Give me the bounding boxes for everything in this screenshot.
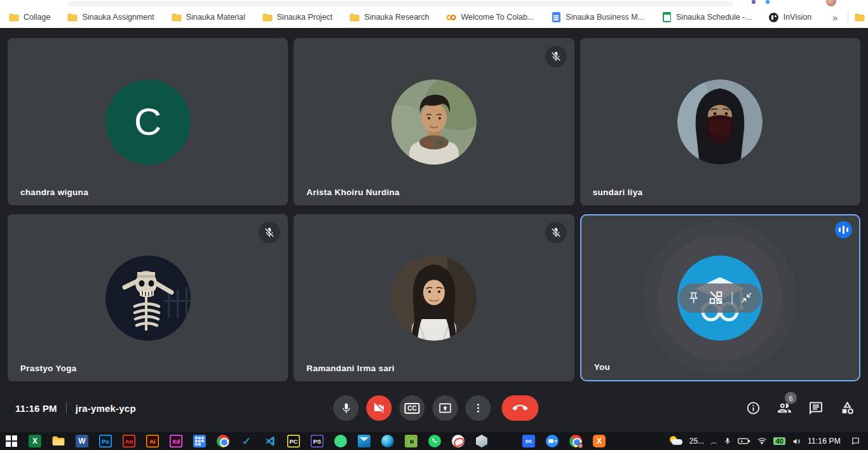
bookmark-sinauka-schedule[interactable]: Sinauka Schedule -... (661, 12, 752, 22)
folder-icon (855, 12, 865, 22)
whatsapp-icon[interactable] (428, 435, 441, 447)
chrome-profile-icon[interactable] (569, 435, 582, 447)
present-button[interactable] (433, 395, 458, 421)
info-icon (746, 401, 761, 416)
bookmark-label: Welcome To Colab... (461, 13, 534, 22)
pycharm-icon[interactable]: PC (287, 435, 300, 447)
captions-button[interactable]: CC (400, 395, 425, 421)
google-docs-icon (551, 12, 561, 22)
edge-icon[interactable] (381, 435, 394, 447)
bookmark-sinauka-assignment[interactable]: Sinauka Assignment (67, 12, 154, 22)
muted-mic-badge (545, 222, 567, 243)
avatar: C (105, 79, 191, 165)
bookmark-label: InVision (783, 13, 811, 22)
phpstorm-icon[interactable]: PS (311, 435, 323, 447)
extension-icon[interactable] (766, 0, 770, 4)
colab-infinity-icon (446, 12, 456, 22)
self-tile[interactable]: You (580, 214, 860, 381)
bookmark-colab[interactable]: Welcome To Colab... (446, 12, 534, 22)
participant-tile[interactable]: Prastyo Yoga (8, 214, 288, 381)
participant-grid: C chandra wiguna (8, 38, 860, 381)
participant-tile[interactable]: sundari liya (580, 38, 860, 205)
bookmark-sinauka-material[interactable]: Sinauka Material (172, 12, 245, 22)
adobe-xd-icon[interactable]: Xd (170, 435, 182, 447)
bookmark-label: Sinauka Project (277, 13, 333, 22)
xampp-icon[interactable]: X (593, 435, 606, 447)
meeting-details-button[interactable] (746, 401, 761, 416)
muted-mic-badge (259, 222, 280, 243)
vscode-icon[interactable] (264, 435, 276, 447)
chat-button[interactable] (808, 400, 824, 416)
browser-profile-avatar[interactable] (826, 0, 836, 6)
end-call-button[interactable] (502, 395, 539, 421)
photoshop-icon[interactable]: Ps (99, 435, 112, 447)
start-button[interactable] (5, 435, 18, 447)
remove-from-grid-button[interactable] (708, 289, 725, 306)
tray-mic-icon[interactable] (724, 437, 731, 446)
mic-icon (340, 402, 352, 414)
info-separator (66, 402, 67, 414)
bookmark-label: Collage (24, 13, 50, 22)
activities-button[interactable] (839, 400, 855, 416)
excel-icon[interactable]: X (29, 435, 41, 447)
animate-icon[interactable]: An (123, 435, 135, 447)
bookmark-label: Sinauka Material (186, 13, 245, 22)
tray-clock[interactable]: 11:16 PM (808, 437, 841, 446)
pin-tile-button[interactable] (688, 291, 701, 304)
windows-logo-icon (6, 435, 17, 447)
screen-recorder-icon[interactable] (452, 435, 465, 447)
participant-tile[interactable]: C chandra wiguna (8, 38, 288, 205)
participants-button[interactable]: 6 (776, 400, 792, 416)
extension-icon[interactable] (752, 0, 756, 4)
file-explorer-icon[interactable] (52, 435, 65, 447)
mail-icon[interactable] (358, 435, 370, 447)
todo-check-icon[interactable]: ✓ (240, 435, 253, 447)
address-bar[interactable] (67, 1, 734, 6)
collapse-icon (740, 291, 753, 304)
chrome-icon[interactable] (217, 435, 229, 447)
participant-tile[interactable]: Ramandani Irma sari (294, 214, 574, 381)
bookmarks-overflow-chevron[interactable]: » (829, 12, 841, 23)
avatar (677, 79, 763, 165)
other-bookmarks[interactable]: Other bookmarks (855, 12, 868, 22)
mic-toggle-button[interactable] (334, 395, 359, 421)
bookmark-invision[interactable]: InVision (769, 12, 811, 22)
call-end-icon (513, 400, 528, 416)
participant-name: sundari liya (593, 188, 643, 197)
folder-icon (262, 12, 273, 22)
zoom-icon[interactable] (546, 435, 559, 447)
tray-expand-chevron[interactable]: ︿ (710, 437, 717, 447)
calendar-icon[interactable] (193, 435, 206, 447)
bookmark-collage[interactable]: Collage (9, 12, 50, 22)
photo-man-outdoors (391, 79, 477, 165)
bookmark-sinauka-business[interactable]: Sinauka Business M... (551, 12, 644, 22)
system-tray: 25... ︿ 40 11:16 PM (669, 436, 863, 446)
bookmark-sinauka-research[interactable]: Sinauka Research (349, 12, 429, 22)
bookmark-sinauka-project[interactable]: Sinauka Project (262, 12, 333, 22)
hexagon-app-icon[interactable] (475, 435, 488, 447)
tray-battery-icon[interactable] (738, 437, 750, 445)
more-options-button[interactable] (466, 395, 491, 421)
avatar-letter: C (134, 100, 161, 144)
oc-app-icon[interactable]: oc (522, 435, 535, 447)
participant-tile[interactable]: Arista Khoiru Nurdina (294, 38, 574, 205)
weather-icon[interactable] (669, 436, 683, 446)
minimize-tile-button[interactable] (740, 291, 753, 304)
battery-percent-badge[interactable]: 40 (773, 437, 785, 445)
tray-volume-icon[interactable] (792, 437, 801, 446)
tray-wifi-icon[interactable] (757, 437, 767, 445)
weather-temperature[interactable]: 25... (689, 437, 704, 446)
participant-name: You (594, 362, 610, 372)
bookmark-label: Sinauka Schedule -... (676, 13, 752, 22)
google-sheets-icon (661, 12, 672, 22)
participant-name: Prastyo Yoga (20, 364, 77, 373)
slack-icon[interactable] (499, 435, 512, 447)
android-studio-icon[interactable] (334, 435, 347, 447)
action-center-icon[interactable] (851, 437, 860, 446)
camera-toggle-button[interactable] (367, 395, 392, 421)
invision-icon (769, 12, 779, 22)
illustrator-icon[interactable]: Ai (146, 435, 159, 447)
word-icon[interactable]: W (76, 435, 88, 447)
camera-app-icon[interactable] (405, 435, 417, 447)
captions-icon: CC (404, 403, 419, 414)
